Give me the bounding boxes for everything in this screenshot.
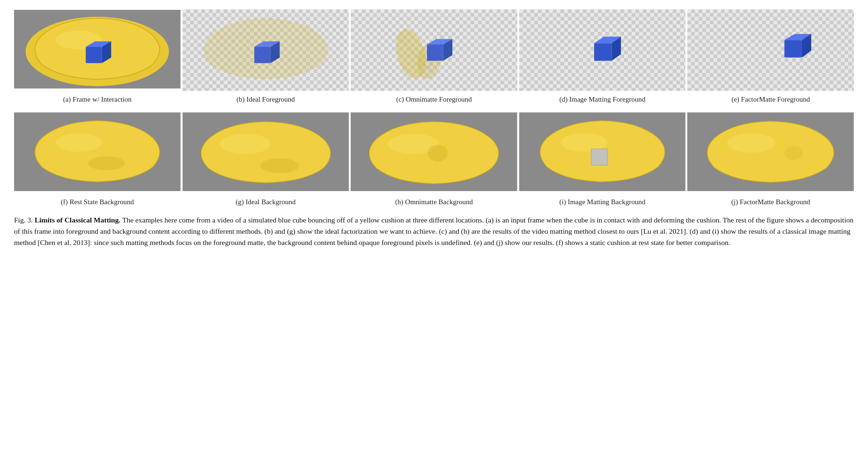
image-h — [351, 112, 517, 193]
caption-a: (a) Frame w/ Interaction — [14, 94, 181, 105]
image-f — [14, 112, 181, 193]
svg-rect-34 — [592, 149, 607, 165]
image-g — [183, 112, 349, 193]
svg-point-30 — [427, 145, 448, 162]
caption-d: (d) Image Matting Foreground — [519, 94, 686, 105]
caption-i: (i) Image Matting Background — [519, 196, 686, 208]
svg-point-24 — [88, 156, 125, 170]
image-e — [687, 9, 854, 91]
svg-rect-3 — [86, 47, 102, 63]
figure-text: The examples here come from a video of a… — [14, 216, 853, 246]
svg-point-36 — [727, 133, 775, 152]
figure-title: Limits of Classical Matting. — [35, 216, 120, 224]
svg-point-23 — [56, 133, 102, 152]
svg-rect-19 — [785, 40, 802, 58]
top-caption-row: (a) Frame w/ Interaction (b) Ideal Foreg… — [14, 94, 854, 105]
svg-rect-13 — [427, 44, 443, 61]
image-d — [519, 9, 686, 91]
svg-rect-6 — [254, 47, 271, 63]
top-image-row — [14, 9, 854, 91]
bottom-caption-row: (f) Rest State Background (g) Ideal Back… — [14, 196, 854, 208]
caption-e: (e) FactorMatte Foreground — [687, 94, 854, 105]
caption-h: (h) Omnimatte Background — [351, 196, 517, 208]
figure-container: (a) Frame w/ Interaction (b) Ideal Foreg… — [14, 9, 854, 248]
caption-j: (j) FactorMatte Background — [687, 196, 854, 208]
figure-caption: Fig. 3. Limits of Classical Matting. The… — [14, 215, 854, 248]
image-j — [687, 112, 854, 193]
svg-point-37 — [785, 146, 803, 160]
image-i — [519, 112, 686, 193]
caption-c: (c) Omnimatte Foreground — [351, 94, 517, 105]
caption-b: (b) Ideal Foreground — [183, 94, 349, 105]
image-c — [351, 9, 517, 91]
svg-point-27 — [260, 158, 299, 173]
caption-f: (f) Rest State Background — [14, 196, 181, 208]
image-a — [14, 9, 181, 91]
caption-g: (g) Ideal Background — [183, 196, 349, 208]
svg-point-26 — [220, 133, 271, 154]
svg-rect-16 — [594, 43, 612, 61]
image-b — [183, 9, 349, 91]
bottom-image-row — [14, 112, 854, 193]
figure-label: Fig. 3. — [14, 216, 33, 224]
